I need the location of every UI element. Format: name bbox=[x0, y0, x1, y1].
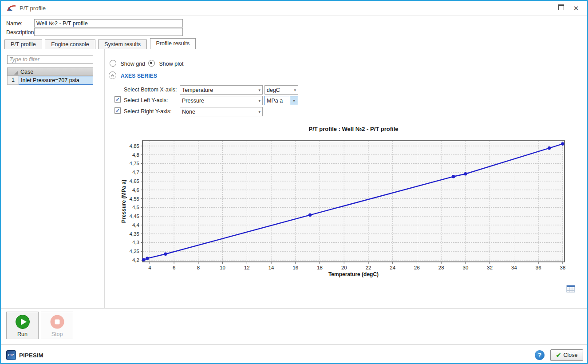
right-y-label: Select Right Y-axis: bbox=[124, 108, 172, 115]
run-label: Run bbox=[7, 331, 38, 337]
svg-text:20: 20 bbox=[341, 265, 347, 270]
name-label: Name: bbox=[6, 20, 23, 27]
show-grid-radio[interactable] bbox=[110, 60, 116, 67]
show-plot-radio[interactable] bbox=[148, 60, 155, 67]
show-plot-option[interactable]: Show plot bbox=[148, 59, 183, 67]
svg-text:36: 36 bbox=[536, 265, 541, 270]
chevron-up-icon bbox=[110, 73, 115, 78]
tab-pt-profile[interactable]: P/T profile bbox=[4, 40, 42, 49]
left-y-checkbox[interactable]: ✓ bbox=[114, 96, 121, 103]
close-button[interactable]: ✔ Close bbox=[550, 349, 583, 361]
svg-text:4,25: 4,25 bbox=[130, 249, 139, 254]
table-icon bbox=[566, 285, 575, 293]
maximize-icon bbox=[558, 4, 564, 10]
right-y-value: None bbox=[182, 109, 195, 115]
help-icon: ? bbox=[538, 352, 542, 359]
run-play-icon bbox=[15, 314, 30, 329]
maximize-button[interactable] bbox=[555, 4, 567, 12]
dropdown-arrow-icon: ▾ bbox=[258, 99, 260, 103]
chart-title: P/T profile : Well №2 - P/T profile bbox=[308, 126, 398, 132]
svg-text:4,85: 4,85 bbox=[130, 143, 139, 149]
panel-divider bbox=[104, 49, 105, 308]
svg-text:18: 18 bbox=[317, 265, 323, 270]
case-filter-input[interactable] bbox=[7, 55, 93, 64]
close-window-button[interactable]: ✕ bbox=[570, 4, 582, 12]
stop-label: Stop bbox=[41, 331, 73, 337]
pt-profile-chart: 4681012141618202224262830323436384,24,25… bbox=[118, 124, 576, 282]
svg-text:4,55: 4,55 bbox=[130, 196, 139, 202]
close-icon: ✕ bbox=[573, 4, 579, 12]
select-all-corner[interactable] bbox=[7, 67, 19, 76]
check-icon: ✓ bbox=[115, 97, 119, 102]
pt-profile-icon bbox=[7, 4, 16, 12]
right-y-combo[interactable]: None ▾ bbox=[180, 107, 263, 116]
right-y-checkbox[interactable]: ✓ bbox=[114, 107, 121, 114]
svg-text:24: 24 bbox=[390, 265, 395, 270]
svg-text:32: 32 bbox=[487, 265, 493, 270]
dropdown-arrow-icon: ▾ bbox=[258, 110, 260, 114]
name-input[interactable] bbox=[34, 19, 183, 28]
y-axis-label: Pressure (MPa a) bbox=[121, 180, 127, 223]
help-button[interactable]: ? bbox=[535, 350, 545, 360]
svg-text:4,3: 4,3 bbox=[132, 240, 139, 245]
tab-profile-results[interactable]: Profile results bbox=[150, 38, 196, 49]
case-row-number[interactable]: 1 bbox=[7, 76, 19, 85]
tab-engine-console[interactable]: Engine console bbox=[45, 40, 95, 49]
svg-text:4,2: 4,2 bbox=[132, 257, 139, 263]
data-point bbox=[308, 214, 312, 217]
dropdown-arrow-icon: ▾ bbox=[294, 88, 296, 92]
dropdown-arrow-icon: ▾ bbox=[258, 88, 260, 92]
show-grid-label: Show grid bbox=[120, 61, 145, 67]
tab-strip: P/T profile Engine console System result… bbox=[4, 39, 585, 49]
left-y-unit-combo[interactable]: MPa a ▾ bbox=[264, 96, 298, 105]
svg-text:34: 34 bbox=[511, 265, 517, 270]
bottom-x-unit: degC bbox=[267, 87, 280, 93]
svg-text:4,45: 4,45 bbox=[130, 214, 139, 219]
separator-top bbox=[1, 308, 587, 309]
title-bar: P/T profile ✕ bbox=[1, 1, 587, 16]
bottom-x-unit-combo[interactable]: degC ▾ bbox=[264, 85, 298, 95]
check-icon: ✔ bbox=[556, 352, 561, 359]
svg-text:8: 8 bbox=[197, 265, 200, 270]
left-y-combo[interactable]: Pressure ▾ bbox=[180, 96, 263, 105]
dropdown-arrow-box[interactable]: ▾ bbox=[290, 96, 298, 105]
data-point bbox=[164, 252, 167, 256]
svg-text:4,65: 4,65 bbox=[130, 178, 139, 184]
left-y-label: Select Left Y-axis: bbox=[124, 97, 168, 103]
svg-text:4,8: 4,8 bbox=[132, 152, 139, 158]
svg-text:30: 30 bbox=[463, 265, 469, 270]
stop-icon bbox=[50, 314, 65, 329]
svg-text:4,4: 4,4 bbox=[132, 222, 140, 228]
close-label: Close bbox=[563, 352, 577, 358]
svg-text:16: 16 bbox=[292, 265, 298, 270]
run-button[interactable]: Run bbox=[6, 312, 39, 339]
plot-area bbox=[142, 141, 564, 262]
svg-text:4,5: 4,5 bbox=[132, 205, 139, 210]
svg-text:22: 22 bbox=[366, 265, 371, 270]
show-plot-label: Show plot bbox=[159, 61, 183, 67]
description-input[interactable] bbox=[34, 28, 183, 36]
case-column-header[interactable]: Case bbox=[19, 67, 93, 76]
stop-button[interactable]: Stop bbox=[41, 312, 73, 339]
table-view-button[interactable] bbox=[566, 285, 575, 294]
svg-text:12: 12 bbox=[244, 265, 250, 270]
left-y-value: Pressure bbox=[182, 98, 204, 104]
left-y-unit: MPa a bbox=[267, 98, 283, 104]
check-icon: ✓ bbox=[115, 108, 119, 113]
svg-text:26: 26 bbox=[414, 265, 420, 270]
svg-text:28: 28 bbox=[438, 265, 444, 270]
data-point bbox=[464, 172, 467, 176]
tab-system-results[interactable]: System results bbox=[98, 40, 147, 49]
logo-glyph: PIP bbox=[8, 353, 14, 357]
pipesim-logo: PIP bbox=[6, 350, 16, 360]
brand-name: PIPESIM bbox=[19, 352, 43, 359]
bottom-x-value: Temperature bbox=[182, 87, 213, 93]
show-grid-option[interactable]: Show grid bbox=[110, 59, 145, 67]
svg-text:38: 38 bbox=[560, 265, 565, 270]
dropdown-arrow-icon: ▾ bbox=[293, 99, 295, 103]
collapse-section-button[interactable] bbox=[109, 71, 116, 79]
bottom-x-combo[interactable]: Temperature ▾ bbox=[180, 85, 263, 95]
svg-text:10: 10 bbox=[220, 265, 225, 270]
case-row-selected[interactable]: Inlet Pressure=707 psia bbox=[19, 76, 93, 85]
svg-text:4: 4 bbox=[148, 265, 151, 270]
